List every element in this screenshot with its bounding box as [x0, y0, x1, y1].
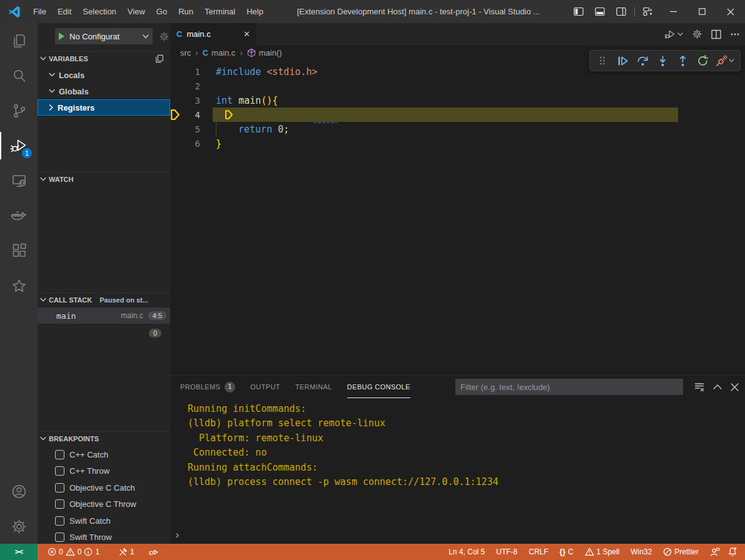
breakpoint-row[interactable]: Objective C Catch: [38, 479, 170, 496]
glyph-margin[interactable]: [170, 108, 181, 122]
launch-config-gear-icon[interactable]: [159, 31, 170, 42]
checkbox[interactable]: [55, 516, 64, 526]
cursor-position[interactable]: Ln 4, Col 5: [445, 544, 489, 560]
toggle-panel-icon[interactable]: [589, 0, 611, 23]
customize-layout-icon[interactable]: [637, 0, 659, 23]
language-mode[interactable]: {} C: [556, 544, 577, 560]
tab-problems[interactable]: PROBLEMS 1: [180, 376, 235, 398]
platform-target[interactable]: Win32: [627, 544, 656, 560]
spell-checker-status[interactable]: 1 Spell: [581, 544, 624, 560]
glyph-margin[interactable]: [170, 122, 181, 136]
breakpoint-row[interactable]: Swift Catch: [38, 512, 170, 529]
menu-run[interactable]: Run: [173, 0, 199, 23]
call-stack-section-header[interactable]: CALL STACK Paused on st...: [38, 292, 170, 306]
breadcrumb-symbol[interactable]: main(): [247, 48, 282, 58]
ports-status[interactable]: 1: [114, 544, 138, 560]
close-button[interactable]: [716, 0, 745, 23]
code-line-2[interactable]: 2: [170, 79, 745, 93]
feedback-person-icon[interactable]: [706, 544, 724, 560]
copy-icon[interactable]: [155, 54, 164, 63]
variables-item-locals[interactable]: Locals: [38, 67, 170, 83]
split-editor-icon[interactable]: [711, 29, 721, 39]
settings-gear-icon[interactable]: [0, 509, 38, 544]
tab-debug-console[interactable]: DEBUG CONSOLE: [347, 376, 410, 398]
code-line-3[interactable]: 3 int main(){: [170, 93, 745, 108]
checkbox[interactable]: [55, 466, 64, 476]
toggle-secondary-sidebar-icon[interactable]: [611, 0, 632, 23]
problems-status[interactable]: 0 0 1: [44, 544, 103, 560]
code-line-1[interactable]: 1 #include <stdio.h>: [170, 64, 745, 79]
encoding[interactable]: UTF-8: [492, 544, 521, 560]
glyph-margin[interactable]: [170, 64, 181, 79]
console-filter-input[interactable]: [455, 379, 683, 395]
glyph-margin[interactable]: [170, 136, 181, 151]
breakpoint-row[interactable]: C++ Throw: [38, 462, 170, 479]
docker-icon[interactable]: [0, 198, 38, 233]
menu-terminal[interactable]: Terminal: [199, 0, 241, 23]
line-number[interactable]: 3: [181, 96, 200, 106]
menu-selection[interactable]: Selection: [77, 0, 121, 23]
tab-terminal[interactable]: TERMINAL: [295, 376, 332, 398]
source-control-icon[interactable]: [0, 93, 38, 128]
extensions-icon[interactable]: [0, 233, 38, 268]
glyph-margin[interactable]: [170, 93, 181, 108]
line-number[interactable]: 1: [181, 67, 200, 77]
maximize-panel-icon[interactable]: [713, 384, 722, 390]
code-line-4-current[interactable]: 4 printf("hello wamr-ide\n");: [170, 108, 745, 122]
call-stack-thread-row[interactable]: 0: [38, 325, 170, 341]
debug-config-dropdown[interactable]: No Configurat: [55, 28, 153, 44]
run-or-debug-button[interactable]: [664, 29, 683, 40]
minimize-button[interactable]: [659, 0, 687, 23]
checkbox[interactable]: [55, 483, 64, 492]
checkbox[interactable]: [55, 532, 64, 542]
remote-indicator[interactable]: ><: [0, 544, 38, 560]
editor-settings-gear-icon[interactable]: [692, 29, 702, 39]
menu-edit[interactable]: Edit: [52, 0, 77, 23]
debug-status[interactable]: [144, 544, 163, 560]
breadcrumb-file[interactable]: C main.c: [203, 48, 236, 58]
accounts-icon[interactable]: [0, 474, 38, 509]
line-number[interactable]: 5: [181, 124, 200, 134]
start-debug-icon[interactable]: [59, 32, 64, 40]
code-line-6[interactable]: 6 }: [170, 136, 745, 151]
call-stack-frame-row[interactable]: main main.c 4:5: [38, 308, 170, 324]
run-debug-icon[interactable]: 1: [0, 128, 38, 163]
repl-prompt-chevron[interactable]: ›: [174, 528, 181, 541]
menu-view[interactable]: View: [122, 0, 151, 23]
breakpoint-row[interactable]: Objective C Throw: [38, 496, 170, 512]
breakpoints-section-header[interactable]: BREAKPOINTS: [38, 431, 170, 445]
notifications-bell-icon[interactable]: [724, 544, 741, 560]
tab-close-icon[interactable]: ✕: [243, 29, 250, 39]
menu-go[interactable]: Go: [151, 0, 173, 23]
checkbox[interactable]: [55, 450, 64, 459]
search-icon[interactable]: [0, 58, 38, 93]
remote-explorer-icon[interactable]: [0, 163, 38, 198]
explorer-icon[interactable]: [0, 23, 38, 58]
menu-help[interactable]: Help: [241, 0, 269, 23]
watch-section-header[interactable]: WATCH: [38, 172, 170, 186]
variables-section-header[interactable]: VARIABLES: [38, 51, 170, 65]
breadcrumb-src[interactable]: src: [180, 48, 191, 58]
breakpoint-row[interactable]: Swift Throw: [38, 529, 170, 544]
line-number[interactable]: 4: [181, 110, 200, 120]
clear-console-icon[interactable]: [694, 382, 704, 392]
line-number[interactable]: 6: [181, 139, 200, 149]
toggle-primary-sidebar-icon[interactable]: [568, 0, 589, 23]
code-line-5[interactable]: 5 return 0;: [170, 122, 745, 136]
variables-item-registers[interactable]: Registers: [38, 99, 170, 116]
glyph-margin[interactable]: [170, 79, 181, 93]
marketplace-star-icon[interactable]: [0, 268, 38, 303]
variables-item-globals[interactable]: Globals: [38, 83, 170, 99]
tab-output[interactable]: OUTPUT: [250, 376, 280, 398]
more-actions-icon[interactable]: [730, 29, 740, 39]
line-number[interactable]: 2: [181, 81, 200, 91]
maximize-button[interactable]: [687, 0, 716, 23]
checkbox[interactable]: [55, 499, 64, 509]
formatter-status[interactable]: Prettier: [659, 544, 702, 560]
eol-sequence[interactable]: CRLF: [525, 544, 552, 560]
tab-main-c[interactable]: C main.c ✕: [170, 23, 256, 45]
code-editor[interactable]: 1 #include <stdio.h> 2 3 int main(){: [170, 60, 745, 375]
menu-file[interactable]: File: [28, 0, 52, 23]
breakpoint-row[interactable]: C++ Catch: [38, 446, 170, 462]
close-panel-icon[interactable]: [731, 383, 739, 391]
